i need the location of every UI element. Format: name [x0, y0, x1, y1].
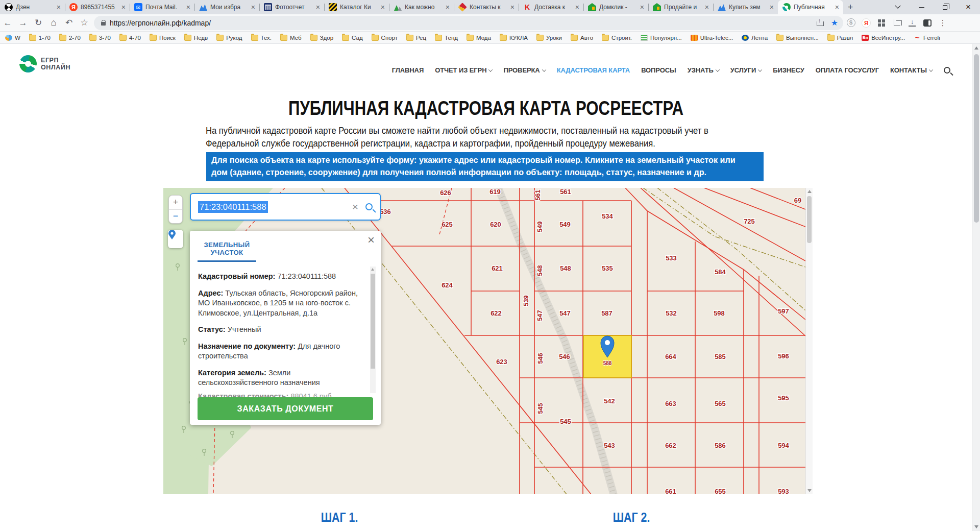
tab-Контакты к[interactable]: Контакты к×	[454, 0, 519, 14]
tab-close-icon[interactable]: ×	[56, 4, 62, 11]
page-scroll-up-icon[interactable]	[974, 46, 978, 50]
undo-button[interactable]: ↶	[61, 16, 77, 30]
parcel-label-548[interactable]: 548	[560, 264, 571, 272]
tab-close-icon[interactable]: ×	[445, 4, 451, 11]
bookmark-Сад[interactable]: Сад	[342, 35, 363, 41]
bookmark-W[interactable]: W	[5, 35, 20, 41]
tab-Мои избра[interactable]: Мои избра×	[194, 0, 259, 14]
bookmark-Меб[interactable]: Меб	[280, 35, 302, 41]
parcel-label-561[interactable]: 561	[534, 189, 542, 201]
bookmark-Популярн...[interactable]: Популярн...	[641, 35, 682, 41]
nav-БИЗНЕСУ[interactable]: БИЗНЕСУ	[773, 66, 804, 74]
map-scrollbar[interactable]	[805, 188, 813, 494]
parcel-label-549[interactable]: 549	[559, 221, 571, 228]
parcel-label-621[interactable]: 621	[492, 264, 503, 272]
page-scroll-down-icon[interactable]	[974, 525, 978, 528]
bookmark-Уроки[interactable]: Уроки	[536, 35, 562, 41]
nav-ГЛАВНАЯ[interactable]: ГЛАВНАЯ	[392, 66, 424, 74]
parcel-label-532[interactable]: 532	[666, 309, 677, 317]
tab-close-icon[interactable]: ×	[250, 4, 256, 11]
parcel-label-595[interactable]: 595	[778, 394, 789, 402]
tab-Почта Mail.[interactable]: ✉Почта Mail.×	[130, 0, 194, 14]
tab-close-icon[interactable]: ×	[769, 4, 775, 11]
parcel-label-543[interactable]: 543	[604, 442, 615, 449]
bookmark-Авто[interactable]: Авто	[571, 35, 593, 41]
parcel-label-535[interactable]: 535	[602, 264, 613, 272]
site-search-icon[interactable]	[944, 67, 950, 74]
nav-УЗНАТЬ[interactable]: УЗНАТЬ	[688, 66, 719, 74]
clear-search-icon[interactable]: ×	[352, 201, 358, 213]
bookmark-1-70[interactable]: 1-70	[29, 35, 51, 41]
scroll-up-icon[interactable]	[807, 190, 812, 193]
parcel-label-69[interactable]: 69	[794, 197, 801, 204]
nav-УСЛУГИ[interactable]: УСЛУГИ	[730, 66, 762, 74]
tab-Доставка к[interactable]: KДоставка к×	[519, 0, 583, 14]
parcel-label-588[interactable]: 588	[603, 360, 612, 366]
browser-menu-kebab[interactable]: ⋮	[935, 16, 950, 30]
bookmark-Здор[interactable]: Здор	[310, 35, 333, 41]
parcel-label-585[interactable]: 585	[715, 353, 726, 360]
tab-Купить зем[interactable]: Купить зем×	[713, 0, 778, 14]
parcel-label-625[interactable]: 625	[442, 221, 453, 228]
parcel-label-598[interactable]: 598	[714, 309, 725, 317]
downloads-icon[interactable]: ↓	[904, 16, 920, 30]
nav-ОТЧЕТ ИЗ ЕГРН[interactable]: ОТЧЕТ ИЗ ЕГРН	[435, 66, 492, 74]
url-text[interactable]: https://егрпонлайн.рф/kadmap/	[110, 19, 817, 27]
bookmark-Тех.[interactable]: Тех.	[251, 35, 272, 41]
bookmark-Рец[interactable]: Рец	[406, 35, 426, 41]
new-tab-button[interactable]: +	[843, 0, 857, 14]
parcel-label-619[interactable]: 619	[489, 188, 501, 196]
parcel-label-622[interactable]: 622	[491, 309, 502, 317]
yandex-extension-icon[interactable]: Я	[859, 16, 874, 30]
parcel-label-587[interactable]: 587	[601, 309, 612, 317]
tab-Домклик -[interactable]: Домклик -×	[583, 0, 648, 14]
bookmark-Выполнен...[interactable]: Выполнен...	[776, 35, 819, 41]
bookmark-Ferroli[interactable]: ~Ferroli	[914, 35, 940, 41]
site-logo[interactable]: ЕГРПОНЛАЙН	[19, 55, 70, 73]
nav-ПРОВЕРКА[interactable]: ПРОВЕРКА	[503, 66, 545, 74]
parcel-label-545[interactable]: 545	[536, 403, 544, 414]
parcel-label-725[interactable]: 725	[744, 218, 755, 225]
bookmark-star-button[interactable]: ☆	[77, 16, 92, 30]
tab-Как можно[interactable]: Как можно×	[389, 0, 454, 14]
parcel-label-655[interactable]: 655	[715, 488, 726, 494]
tab-Фотоотчет[interactable]: Фотоотчет×	[259, 0, 324, 14]
parcel-label-546[interactable]: 546	[536, 353, 544, 364]
tab-close-icon[interactable]: ×	[120, 4, 127, 11]
parcel-label-565[interactable]: 565	[715, 400, 726, 407]
nav-КАДАСТРОВАЯ КАРТА[interactable]: КАДАСТРОВАЯ КАРТА	[557, 66, 630, 74]
map-scrollbar-thumb[interactable]	[807, 196, 812, 243]
parcel-label-536[interactable]: 536	[380, 208, 391, 215]
bookmark-3-70[interactable]: 3-70	[89, 35, 111, 41]
zoom-in-button[interactable]: +	[169, 196, 182, 210]
parcel-label-539[interactable]: 539	[522, 295, 530, 306]
parcel-label-545[interactable]: 545	[560, 418, 571, 425]
bookmark-Недв[interactable]: Недв	[184, 35, 208, 41]
parcel-label-664[interactable]: 664	[665, 353, 676, 360]
parcel-label-549[interactable]: 549	[536, 221, 544, 232]
parcel-label-597[interactable]: 597	[778, 307, 789, 315]
parcel-label-548[interactable]: 548	[536, 265, 544, 276]
parcel-label-620[interactable]: 620	[490, 221, 501, 228]
scroll-down-icon[interactable]	[807, 489, 812, 492]
parcel-label-624[interactable]: 624	[442, 281, 453, 289]
sidebar-toggle-icon[interactable]	[920, 16, 935, 30]
bookmark-Мода[interactable]: Мода	[467, 35, 491, 41]
popup-close-icon[interactable]: ×	[368, 233, 375, 247]
tab-close-icon[interactable]: ×	[639, 4, 645, 11]
browser-scrollbar[interactable]	[972, 44, 980, 531]
bookmarked-star-icon[interactable]: ★	[831, 18, 838, 28]
screenshot-icon[interactable]	[889, 16, 904, 30]
order-document-button[interactable]: ЗАКАЗАТЬ ДОКУМЕНТ	[198, 397, 373, 420]
nav-КОНТАКТЫ[interactable]: КОНТАКТЫ	[890, 66, 933, 74]
browser-scrollbar-thumb[interactable]	[974, 54, 979, 223]
parcel-label-534[interactable]: 534	[602, 212, 613, 220]
cadastral-map[interactable]: 6266195615615365347256962562054954953358…	[163, 188, 813, 494]
bookmark-4-70[interactable]: 4-70	[119, 35, 141, 41]
bookmark-Рукод[interactable]: Рукод	[216, 35, 242, 41]
parcel-label-547[interactable]: 547	[536, 310, 544, 321]
tab-close-icon[interactable]: ×	[834, 4, 840, 11]
tab-close-icon[interactable]: ×	[574, 4, 580, 11]
home-button[interactable]: ⌂	[46, 16, 61, 30]
reload-button[interactable]: ↻	[31, 16, 46, 30]
